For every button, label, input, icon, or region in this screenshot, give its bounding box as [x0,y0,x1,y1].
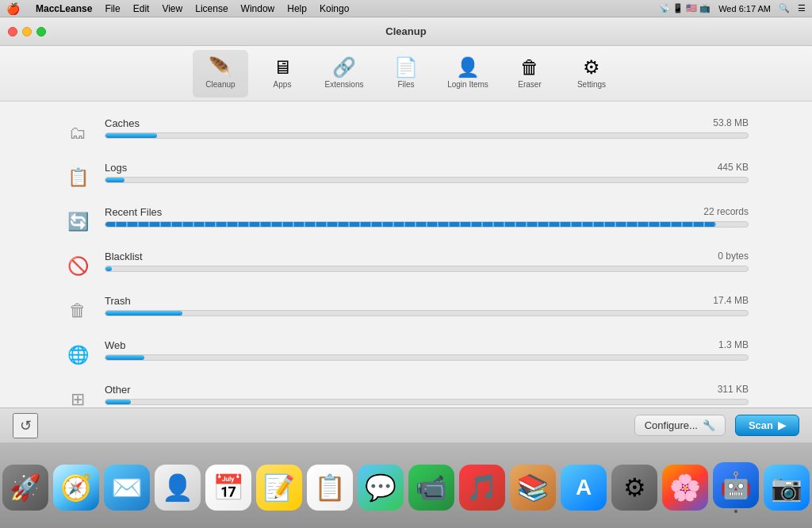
dock-item-facetime[interactable]: 📹 [408,465,454,511]
maximize-button[interactable] [36,27,46,36]
caches-progress-track [105,132,749,139]
toolbar-login-items[interactable]: 👤 Login Items [440,50,496,98]
recent-files-progress-track [105,221,749,228]
dock-item-calendar[interactable]: 📅 [205,465,251,511]
web-content: Web 1.3 MB [105,339,749,361]
dock-item-macclean[interactable]: 🤖 [713,462,759,513]
menubar-time: Wed 6:17 AM [718,4,771,13]
other-content: Other 311 KB [105,384,749,405]
toolbar-files[interactable]: 📄 Files [378,50,434,98]
menubar-app[interactable]: MaccLeanse [36,3,92,14]
dock-item-appstore[interactable]: A [561,465,607,511]
dock-item-safari[interactable]: 🧭 [53,465,99,511]
play-icon: ▶ [778,419,786,431]
menubar-window[interactable]: Window [241,3,275,14]
settings-label: Settings [577,80,606,89]
dock-item-syspref[interactable]: ⚙ [611,465,657,511]
web-header: Web 1.3 MB [105,339,749,351]
recent-files-name: Recent Files [105,206,162,218]
logs-progress-fill [105,178,124,182]
menubar-search-icon[interactable]: 🔍 [779,3,790,13]
menubar-license[interactable]: License [195,3,228,14]
scan-item-web: 🌐 Web 1.3 MB [63,339,749,369]
messages-icon: 💬 [358,465,404,511]
blacklist-content: Blacklist 0 bytes [105,251,749,272]
dock-item-notes[interactable]: 📝 [256,465,302,511]
dock-item-photos[interactable]: 🌸 [662,465,708,511]
refresh-button[interactable]: ↺ [13,413,38,438]
files-label: Files [397,80,414,89]
logs-header: Logs 445 KB [105,162,749,174]
blacklist-progress-track [105,266,749,272]
apps-label: Apps [274,80,292,89]
dock-item-reminders[interactable]: 📋 [307,465,353,511]
logs-size: 445 KB [718,162,749,174]
dock-item-books[interactable]: 📚 [510,465,556,511]
recent-files-content: Recent Files 22 records [105,206,749,228]
menubar-icons: 📡 📱 🇺🇸 📺 [659,3,710,13]
configure-button[interactable]: Configure... 🔧 [634,415,726,436]
extensions-label: Extensions [325,80,364,89]
web-size: 1.3 MB [718,339,749,351]
dock-item-messages[interactable]: 💬 [358,465,404,511]
menubar-help[interactable]: Help [287,3,307,14]
titlebar: Cleanup [0,17,812,46]
window-title: Cleanup [385,25,426,37]
cleanup-icon: 🪶 [209,58,232,77]
menubar: 🍎 MaccLeanse File Edit View License Wind… [0,0,812,17]
scan-button[interactable]: Scan ▶ [735,415,799,436]
appstore-icon: A [561,465,607,511]
scan-item-trash: 🗑 Trash 17.4 MB [63,295,749,325]
menubar-koingo[interactable]: Koingo [320,3,349,14]
menubar-view[interactable]: View [162,3,182,14]
menubar-menu-icon[interactable]: ☰ [798,3,806,13]
bottom-bar: ↺ Configure... 🔧 Scan ▶ [0,407,812,442]
other-progress-track [105,399,749,405]
facetime-icon: 📹 [408,465,454,511]
scan-item-recent-files: 🔄 Recent Files 22 records [63,206,749,236]
toolbar-apps[interactable]: 🖥 Apps [255,50,310,98]
main-window: Cleanup 🪶 Cleanup 🖥 Apps 🔗 Extensions 📄 … [0,17,812,442]
contacts-icon: 👤 [155,465,201,511]
caches-content: Caches 53.8 MB [105,117,749,139]
menubar-edit[interactable]: Edit [133,3,150,14]
blacklist-header: Blacklist 0 bytes [105,251,749,262]
other-progress-fill [105,400,131,404]
reminders-icon: 📋 [307,465,353,511]
configure-label: Configure... [645,419,698,431]
login-items-label: Login Items [447,80,488,89]
logs-progress-track [105,177,749,183]
web-progress-fill [105,355,144,360]
caches-icon: 🗂 [63,119,92,147]
other-header: Other 311 KB [105,384,749,396]
safari-icon: 🧭 [53,465,99,511]
dock-item-music[interactable]: 🎵 [459,465,505,511]
scan-item-blacklist: 🚫 Blacklist 0 bytes [63,251,749,281]
caches-name: Caches [105,117,140,129]
toolbar-cleanup[interactable]: 🪶 Cleanup [193,50,248,98]
content-area: 🗂 Caches 53.8 MB 📋 Logs 445 KB [0,101,812,442]
scan-item-logs: 📋 Logs 445 KB [63,162,749,192]
web-name: Web [105,339,126,351]
toolbar-extensions[interactable]: 🔗 Extensions [316,50,372,98]
recent-files-progress-fill [105,222,716,227]
macclean-icon: 🤖 [713,462,759,508]
scan-item-caches: 🗂 Caches 53.8 MB [63,117,749,147]
blacklist-size: 0 bytes [718,251,749,262]
toolbar-eraser[interactable]: 🗑 Eraser [502,50,557,98]
caches-progress-fill [105,133,157,138]
menubar-right: 📡 📱 🇺🇸 📺 Wed 6:17 AM 🔍 ☰ [659,3,806,13]
close-button[interactable] [8,27,17,36]
minimize-button[interactable] [22,27,32,36]
apple-menu[interactable]: 🍎 [6,2,20,15]
dock-item-launchpad[interactable]: 🚀 [2,465,48,511]
dock-item-camera[interactable]: 📷 [764,465,810,511]
scan-label: Scan [749,419,773,431]
notes-icon: 📝 [256,465,302,511]
menubar-file[interactable]: File [105,3,120,14]
toolbar-settings[interactable]: ⚙ Settings [564,50,619,98]
window-controls[interactable] [8,27,46,36]
dock-item-mail[interactable]: ✉️ [104,465,150,511]
caches-header: Caches 53.8 MB [105,117,749,129]
dock-item-contacts[interactable]: 👤 [155,465,201,511]
